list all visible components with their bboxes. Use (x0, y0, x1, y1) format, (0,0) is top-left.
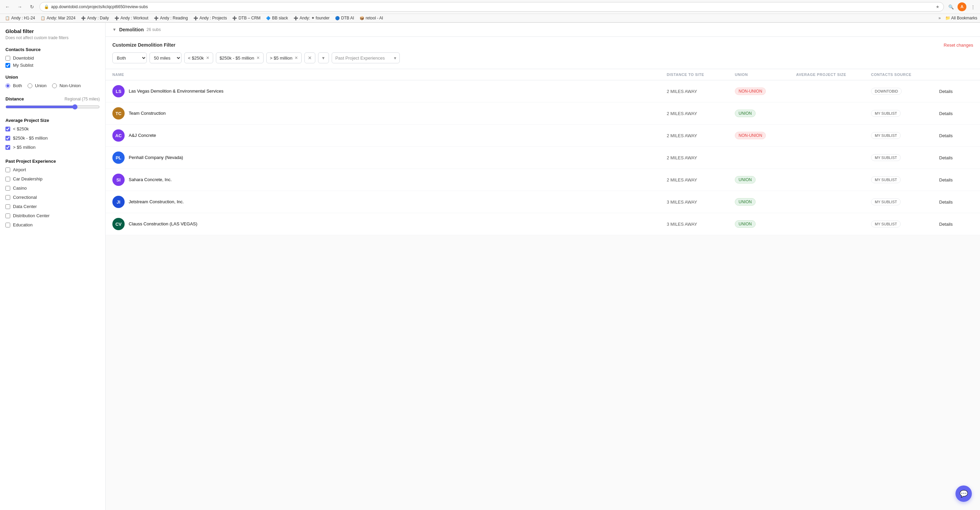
details-link[interactable]: Details (939, 222, 953, 227)
global-filter-subtitle: Does not affect custom trade filters (5, 35, 100, 40)
gt5m-chip-close[interactable]: ✕ (294, 56, 298, 60)
table-container: NAME DISTANCE TO SITE UNION AVERAGE PROJ… (105, 69, 980, 235)
correctional-checkbox[interactable] (5, 195, 10, 200)
filter-panel-header: Customize Demolition Filter Reset change… (112, 42, 973, 48)
distance-cell: 2 MILES AWAY (667, 177, 735, 183)
details-cell: Details (939, 177, 973, 183)
gt5m-checkbox-row: > $5 million (5, 145, 100, 150)
source-cell: DOWNTOBID (871, 88, 939, 95)
header-distance: DISTANCE TO SITE (667, 73, 735, 76)
union-radio[interactable] (28, 83, 32, 88)
airport-checkbox[interactable] (5, 167, 10, 172)
bookmark-projects[interactable]: ➕ Andy : Projects (191, 15, 229, 21)
non-union-radio-row: Non-Union (52, 83, 81, 88)
250k5m-checkbox[interactable] (5, 136, 10, 141)
details-cell: Details (939, 200, 973, 205)
bookmark-h124[interactable]: 📋 Andy : H1-24 (3, 15, 37, 21)
bookmark-icon: ➕ (154, 16, 159, 21)
more-filter-button[interactable]: ▾ (318, 52, 329, 64)
clear-filter-button[interactable]: ✕ (304, 52, 315, 64)
menu-button[interactable]: ⋮ (969, 2, 977, 11)
union-badge: UNION (735, 110, 756, 117)
details-link[interactable]: Details (939, 89, 953, 94)
gt5m-checkbox[interactable] (5, 145, 10, 150)
avg-project-size-checkboxes: < $250k $250k - $5 million > $5 million (5, 126, 100, 152)
company-cell: LS Las Vegas Demolition & Environmental … (112, 85, 667, 97)
union-cell: NON-UNION (735, 132, 796, 139)
details-link[interactable]: Details (939, 155, 953, 160)
union-cell: NON-UNION (735, 87, 796, 95)
company-cell: TC Team Construction (112, 107, 667, 119)
bookmark-icon: 📋 (41, 16, 45, 21)
bookmark-bb-slack[interactable]: 🔷 BB slack (264, 15, 290, 21)
company-avatar: CV (112, 218, 125, 230)
car-dealership-checkbox-row: Car Dealership (5, 176, 100, 181)
distance-label: Distance (5, 96, 24, 102)
table-row: JI Jetstream Construction, Inc. 3 MILES … (105, 191, 980, 213)
contacts-source-section: Contacts Source Downtobid My Sublist (5, 47, 100, 68)
distance-filter-select[interactable]: 10 miles 25 miles 50 miles 75 miles 100 … (150, 52, 181, 64)
forward-button[interactable]: → (15, 2, 24, 11)
lt250k-chip[interactable]: < $250k ✕ (184, 52, 213, 64)
250k5m-chip[interactable]: $250k - $5 million ✕ (216, 52, 264, 64)
details-link[interactable]: Details (939, 133, 953, 138)
company-name: Team Construction (129, 110, 165, 116)
company-avatar: AC (112, 129, 125, 141)
250k5m-chip-label: $250k - $5 million (220, 56, 255, 60)
lt250k-chip-close[interactable]: ✕ (206, 56, 209, 60)
250k5m-chip-close[interactable]: ✕ (256, 56, 260, 60)
union-cell: UNION (735, 198, 796, 206)
bookmark-workout[interactable]: ➕ Andy : Workout (112, 15, 151, 21)
bookmark-reading[interactable]: ➕ Andy : Reading (151, 15, 190, 21)
chat-bubble-button[interactable]: 💬 (956, 486, 972, 502)
extensions-button[interactable]: 🔍 (947, 2, 956, 11)
address-bar[interactable]: 🔒 app.downtobid.com/projects/kclqcpt6650… (40, 2, 944, 11)
details-cell: Details (939, 133, 973, 138)
both-radio[interactable] (5, 83, 10, 88)
header-avg-size: AVERAGE PROJECT SIZE (796, 73, 871, 76)
details-link[interactable]: Details (939, 177, 953, 183)
bookmark-icon: 🔷 (266, 16, 271, 21)
union-radio-row: Union (28, 83, 47, 88)
bookmark-label: DTB – CRM (239, 16, 261, 21)
gt5m-chip[interactable]: > $5 million ✕ (266, 52, 302, 64)
refresh-button[interactable]: ↻ (27, 2, 37, 11)
table-header: NAME DISTANCE TO SITE UNION AVERAGE PROJ… (105, 69, 980, 80)
data-center-checkbox[interactable] (5, 204, 10, 209)
source-cell: MY SUBLIST (871, 110, 939, 117)
airport-label: Airport (13, 167, 26, 172)
bookmark-label: Andy: ✦ founder (300, 16, 329, 21)
past-project-select[interactable]: Past Project Experiences Airport Casino … (332, 52, 400, 64)
profile-button[interactable]: A (958, 2, 966, 11)
bookmark-mar2024[interactable]: 📋 Andy: Mar 2024 (38, 15, 78, 21)
bookmark-daily[interactable]: ➕ Andy : Daily (79, 15, 111, 21)
bookmark-founder[interactable]: ➕ Andy: ✦ founder (291, 15, 332, 21)
bookmark-label: Andy: Mar 2024 (47, 16, 76, 21)
details-link[interactable]: Details (939, 200, 953, 205)
union-badge: NON-UNION (735, 87, 766, 95)
bookmark-retool-ai[interactable]: 📦 retool - AI (357, 15, 385, 21)
downtobid-checkbox[interactable] (5, 56, 10, 60)
table-row: PL Penhall Company (Nevada) 2 MILES AWAY… (105, 147, 980, 169)
union-badge: UNION (735, 198, 756, 206)
mysublist-checkbox[interactable] (5, 63, 10, 68)
lt250k-checkbox[interactable] (5, 127, 10, 132)
all-bookmarks-button[interactable]: 📁 All Bookmarks (945, 16, 977, 21)
non-union-radio[interactable] (52, 83, 57, 88)
filter-panel-title: Customize Demolition Filter (112, 42, 175, 48)
bookmark-dtb-ai[interactable]: 🔵 DTB AI (332, 15, 356, 21)
bookmark-dtb-crm[interactable]: ➕ DTB – CRM (230, 15, 263, 21)
distance-slider[interactable] (5, 104, 100, 110)
union-opt-label: Union (35, 83, 47, 88)
bookmarks-more-button[interactable]: » (936, 15, 943, 21)
casino-checkbox[interactable] (5, 186, 10, 191)
details-link[interactable]: Details (939, 111, 953, 116)
education-checkbox[interactable] (5, 222, 10, 227)
car-dealership-checkbox[interactable] (5, 177, 10, 181)
union-badge: NON-UNION (735, 132, 766, 139)
union-filter-select[interactable]: Both Union Non-Union (112, 52, 147, 64)
distribution-center-checkbox[interactable] (5, 213, 10, 218)
reset-changes-link[interactable]: Reset changes (943, 43, 973, 48)
demolition-header[interactable]: ▼ Demolition 26 subs (105, 23, 980, 37)
back-button[interactable]: ← (3, 2, 12, 11)
